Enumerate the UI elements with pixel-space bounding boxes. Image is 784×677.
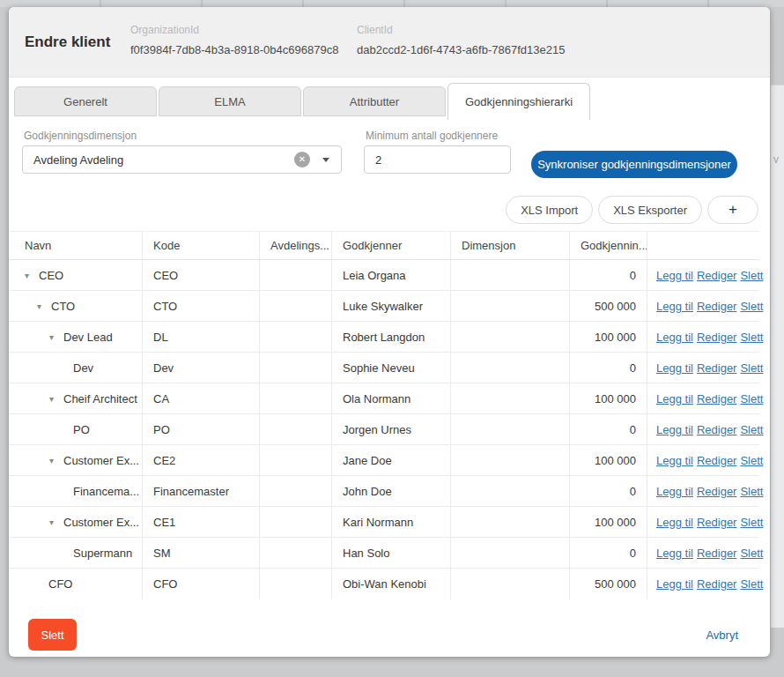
row-action-rediger[interactable]: Rediger <box>697 454 737 467</box>
table-row: CFOCFOObi-Wan Kenobi500 000Legg tilRedig… <box>9 569 759 599</box>
row-action-legg-til[interactable]: Legg til <box>656 516 693 529</box>
cell-dimensjon <box>451 414 570 444</box>
cell-godkjenner: Leia Organa <box>332 260 451 290</box>
tree-collapse-icon[interactable]: ▾ <box>25 271 39 280</box>
cell-kode: PO <box>143 414 260 444</box>
chevron-down-icon[interactable] <box>322 158 329 162</box>
row-action-rediger[interactable]: Rediger <box>697 392 737 405</box>
row-action-legg-til[interactable]: Legg til <box>656 577 693 591</box>
row-name-label: Dev Lead <box>63 331 113 344</box>
min-approvers-label: Minimum antall godkjennere <box>366 130 498 142</box>
tree-collapse-icon[interactable]: ▾ <box>49 394 63 404</box>
row-action-rediger[interactable]: Rediger <box>697 300 737 313</box>
row-action-legg-til[interactable]: Legg til <box>656 423 693 436</box>
row-action-slett[interactable]: Slett <box>740 269 763 282</box>
row-action-slett[interactable]: Slett <box>740 516 763 529</box>
row-action-slett[interactable]: Slett <box>740 361 763 375</box>
row-action-slett[interactable]: Slett <box>740 392 763 405</box>
cell-actions: Legg tilRedigerSlett <box>647 322 763 352</box>
cell-dimensjon <box>451 353 570 383</box>
row-action-rediger[interactable]: Rediger <box>697 516 737 529</box>
row-name-label: CFO <box>48 577 72 591</box>
cancel-link[interactable]: Avbryt <box>706 629 738 642</box>
cell-avdelings <box>260 260 332 290</box>
row-action-legg-til[interactable]: Legg til <box>656 454 693 467</box>
cell-navn: ▾CEO <box>9 260 143 290</box>
cell-dimensjon <box>451 569 570 599</box>
row-action-slett[interactable]: Slett <box>740 331 763 344</box>
cell-godkjenningsbelop: 0 <box>570 353 647 383</box>
table-header-row: Navn Kode Avdelings... Godkjenner Dimens… <box>9 231 759 260</box>
clear-selection-icon[interactable]: ✕ <box>294 152 310 167</box>
cell-godkjenningsbelop: 100 000 <box>570 383 647 413</box>
dimension-select-value: Avdeling Avdeling <box>23 153 294 167</box>
row-action-slett[interactable]: Slett <box>740 423 763 436</box>
cell-avdelings <box>260 291 332 321</box>
organization-id-value: f0f3984f-7db8-4b3a-8918-0b4c696879c8 <box>130 43 338 56</box>
table-row: SupermannSMHan Solo0Legg tilRedigerSlett <box>9 538 759 569</box>
tree-collapse-icon[interactable]: ▾ <box>49 332 63 342</box>
row-action-slett[interactable]: Slett <box>740 454 763 467</box>
cell-godkjenner: John Doe <box>332 476 451 506</box>
tab-elma[interactable]: ELMA <box>159 86 301 116</box>
row-name-label: Customer Ex... <box>63 516 139 529</box>
tree-collapse-icon[interactable]: ▾ <box>49 517 63 527</box>
cell-godkjenner: Ola Normann <box>332 383 451 413</box>
cell-dimensjon <box>451 507 570 537</box>
tree-collapse-icon[interactable]: ▾ <box>37 301 51 311</box>
cell-dimensjon <box>451 260 570 290</box>
xls-import-button[interactable]: XLS Import <box>506 196 593 224</box>
row-action-legg-til[interactable]: Legg til <box>656 331 693 344</box>
table-row: ▾CTOCTOLuke Skywalker500 000Legg tilRedi… <box>9 291 759 322</box>
tab-attributter[interactable]: Attributter <box>303 86 446 116</box>
cell-kode: CEO <box>143 260 260 290</box>
row-name-label: Cheif Architect <box>63 392 137 405</box>
dimension-select[interactable]: Avdeling Avdeling ✕ <box>22 145 342 174</box>
cell-godkjenningsbelop: 500 000 <box>570 291 647 321</box>
cell-kode: CA <box>143 383 260 413</box>
row-action-rediger[interactable]: Rediger <box>697 269 737 282</box>
row-action-rediger[interactable]: Rediger <box>697 423 737 436</box>
cell-kode: Financemaster <box>143 476 260 506</box>
row-name-label: Customer Ex... <box>63 454 139 467</box>
sync-dimensions-button[interactable]: Synkroniser godkjenningsdimensjoner <box>531 151 737 178</box>
row-action-rediger[interactable]: Rediger <box>697 485 737 498</box>
tree-collapse-icon[interactable]: ▾ <box>49 456 63 465</box>
delete-button[interactable]: Slett <box>28 619 77 651</box>
cell-dimensjon <box>451 291 570 321</box>
cell-avdelings <box>260 507 332 537</box>
row-action-rediger[interactable]: Rediger <box>697 547 737 560</box>
row-action-legg-til[interactable]: Legg til <box>656 269 693 282</box>
cell-actions: Legg tilRedigerSlett <box>647 291 763 321</box>
table-row: ▾Customer Ex...CE1Kari Normann100 000Leg… <box>9 507 759 538</box>
cell-actions: Legg tilRedigerSlett <box>647 476 763 506</box>
tab-generelt[interactable]: Generelt <box>14 86 157 116</box>
xls-export-button[interactable]: XLS Eksporter <box>598 196 702 224</box>
table-body: ▾CEOCEOLeia Organa0Legg tilRedigerSlett▾… <box>9 260 759 599</box>
row-action-slett[interactable]: Slett <box>740 300 763 313</box>
row-action-rediger[interactable]: Rediger <box>697 331 737 344</box>
row-action-rediger[interactable]: Rediger <box>697 361 737 375</box>
min-approvers-input[interactable] <box>364 145 511 174</box>
modal-title: Endre klient <box>25 33 110 51</box>
row-action-slett[interactable]: Slett <box>740 547 763 560</box>
cell-avdelings <box>260 445 332 475</box>
cell-dimensjon <box>451 538 570 568</box>
row-action-slett[interactable]: Slett <box>740 485 763 498</box>
row-action-legg-til[interactable]: Legg til <box>656 547 693 560</box>
row-action-legg-til[interactable]: Legg til <box>656 300 693 313</box>
column-header-kode: Kode <box>143 232 260 259</box>
cell-dimensjon <box>451 383 570 413</box>
row-action-legg-til[interactable]: Legg til <box>656 361 693 375</box>
cell-godkjenningsbelop: 100 000 <box>570 322 647 352</box>
row-action-rediger[interactable]: Rediger <box>697 577 737 591</box>
table-toolbar: XLS Import XLS Eksporter + <box>506 196 758 224</box>
cell-godkjenner: Kari Normann <box>332 507 451 537</box>
row-action-legg-til[interactable]: Legg til <box>656 392 693 405</box>
add-row-button[interactable]: + <box>707 196 758 224</box>
tab-godkjenningshierarki[interactable]: Godkjenningshierarki <box>447 83 590 120</box>
row-action-slett[interactable]: Slett <box>740 577 763 591</box>
row-action-legg-til[interactable]: Legg til <box>656 485 693 498</box>
column-header-actions <box>647 232 759 259</box>
cell-navn: Dev <box>9 353 143 383</box>
